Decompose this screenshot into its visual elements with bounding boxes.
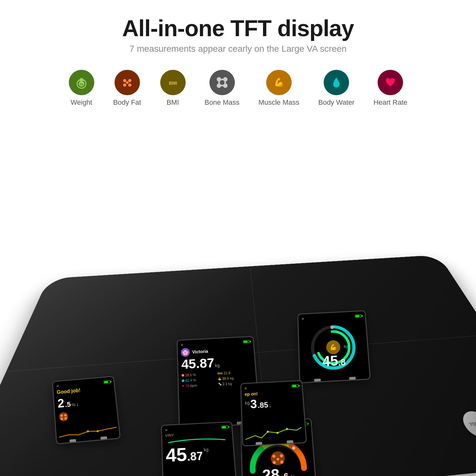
bmi-icon-circle: BMI xyxy=(160,70,186,95)
small-num: 3 xyxy=(250,398,257,410)
muscle-mini-icon: 💪 xyxy=(218,377,221,380)
main-bone-value: 2.1 xyxy=(222,382,228,386)
bodywater-icon-circle xyxy=(324,70,349,95)
main-muscle-value: 39.5 xyxy=(222,376,229,380)
icon-bonemass: Bone Mass xyxy=(205,70,240,107)
goodjob-arrow: ↓ xyxy=(76,401,79,407)
water-dot xyxy=(182,379,184,382)
musclemass-icon-circle: 💪 xyxy=(266,70,292,95)
svg-rect-15 xyxy=(218,81,220,84)
screen-muscle-inner: ⚙ 💪 xyxy=(298,311,370,382)
svg-point-8 xyxy=(128,83,131,87)
bonemass-icon xyxy=(215,76,229,89)
main-username: Victoria xyxy=(192,349,208,354)
screen-small-inner: ⚙ ep on! kg 3 .85 ↓ xyxy=(241,381,306,446)
small-status-bar: ⚙ xyxy=(244,384,299,390)
fat-unit: % xyxy=(290,474,295,476)
screen-goodjob: ⚙ Good job! 2 .5 % ↓ xyxy=(52,376,121,445)
goodjob-chart xyxy=(59,422,118,440)
small-chart xyxy=(245,424,302,443)
small-message: ep on! xyxy=(245,389,299,397)
goodjob-unit: % xyxy=(71,402,76,407)
weight-status-icon: ⚙ xyxy=(165,428,168,432)
goodjob-value-row: 2 .5 % ↓ xyxy=(57,393,113,409)
main-battery xyxy=(243,340,250,344)
main-heartrate-stat: ❤ 78 bpm xyxy=(182,382,217,388)
svg-rect-16 xyxy=(224,81,226,84)
svg-text:kg: kg xyxy=(80,83,83,86)
musclemass-label: Muscle Mass xyxy=(259,98,299,107)
weight-decimal: .87 xyxy=(187,450,203,464)
svg-point-13 xyxy=(217,83,221,88)
main-weight-unit: kg xyxy=(215,363,220,368)
fat-decimal: .6 xyxy=(281,471,289,476)
svg-point-26 xyxy=(59,412,68,422)
main-bone-unit: kg xyxy=(228,382,232,386)
svg-point-6 xyxy=(128,79,131,82)
main-muscle-stat: 💪 39.5 kg xyxy=(218,375,253,381)
goodjob-status-icon: ⚙ xyxy=(56,385,59,388)
screen-weight: ⚙ VINY 45 .87 kg xyxy=(161,421,238,476)
main-weight-value: 45.87 xyxy=(181,356,215,371)
screen-muscle: ⚙ 💪 xyxy=(297,310,371,383)
bone-mini-icon: 🦴 xyxy=(218,382,222,386)
main-water-unit: % xyxy=(193,378,196,382)
bmi-label: BMI xyxy=(167,98,179,107)
icon-bodyfat: Body Fat xyxy=(113,70,141,107)
heartrate-icon xyxy=(383,76,397,89)
svg-point-14 xyxy=(223,83,228,88)
main-weight-row: 45.87 kg xyxy=(181,354,252,371)
small-msg-text: ep on! xyxy=(245,391,258,397)
screen-weight-inner: ⚙ VINY 45 .87 kg xyxy=(162,422,237,476)
bmi-icon: BMI xyxy=(166,76,180,89)
bodyfat-dot xyxy=(182,374,184,377)
svg-rect-18 xyxy=(221,85,223,86)
main-bmi-label: BMI xyxy=(217,372,223,375)
muscle-num: 45 xyxy=(322,353,339,369)
fat-num: 28 xyxy=(262,466,280,476)
main-bodyfat-stat: 28.6 % xyxy=(182,372,216,377)
weight-label: Weight xyxy=(70,98,92,107)
small-value-row: kg 3 .85 ↓ xyxy=(245,396,300,410)
main-hr-unit: bpm xyxy=(190,383,197,387)
small-decimal: .85 xyxy=(257,400,268,410)
icons-row: kg Weight Body Fat BMI BMI xyxy=(0,70,476,107)
svg-point-32 xyxy=(96,430,99,432)
muscle-status-icon: ⚙ xyxy=(301,317,304,321)
main-muscle-unit: kg xyxy=(230,376,234,380)
icon-bmi: BMI BMI xyxy=(160,70,186,107)
heartrate-label: Heart Rate xyxy=(374,98,407,107)
bodywater-label: Body Water xyxy=(318,98,354,107)
svg-text:💪: 💪 xyxy=(274,77,284,87)
main-bmi-stat: BMI 21.8 xyxy=(217,370,252,376)
main-bodyfat-unit: % xyxy=(193,373,196,377)
icon-bodywater: Body Water xyxy=(318,70,354,107)
svg-rect-17 xyxy=(221,79,223,80)
goodjob-icon xyxy=(58,407,114,423)
bodyfat-label: Body Fat xyxy=(113,98,141,107)
muscle-value: kg 45.8 xyxy=(322,353,346,369)
main-bodyfat-value: 28.6 xyxy=(185,373,192,377)
bodywater-icon xyxy=(329,76,343,89)
weight-icon: kg xyxy=(75,76,89,89)
weight-num: 45 xyxy=(166,445,188,465)
page-header: All-in-one TFT display 7 measurements ap… xyxy=(0,0,476,54)
svg-text:💪: 💪 xyxy=(330,343,337,351)
main-water-value: 52.4 xyxy=(185,378,192,382)
main-bmi-value: 21.8 xyxy=(223,371,230,375)
icon-heartrate: Heart Rate xyxy=(374,70,407,107)
muscle-decimal: .8 xyxy=(338,357,346,367)
fat-value: 28 .6 % xyxy=(262,466,296,476)
bonemass-icon-circle xyxy=(209,70,235,95)
weight-unit: kg xyxy=(204,447,209,452)
small-unit: kg xyxy=(245,400,250,405)
main-hr-value: 78 xyxy=(185,384,189,388)
goodjob-num: 2 xyxy=(57,397,65,409)
muscle-gauge: 💪 kg 45.8 xyxy=(305,320,362,376)
small-arrow: ↓ xyxy=(269,403,272,409)
muscle-unit: kg xyxy=(344,344,348,349)
svg-point-42 xyxy=(276,432,278,434)
main-avatar: 🌸 xyxy=(181,348,190,357)
svg-text:BMI: BMI xyxy=(169,81,177,86)
subtitle: 7 measurements appear cearly on the Larg… xyxy=(0,44,476,54)
